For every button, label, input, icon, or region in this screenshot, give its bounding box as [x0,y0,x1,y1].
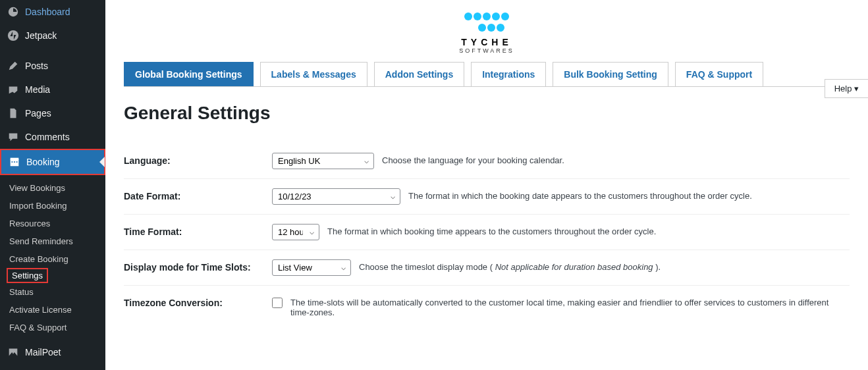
brand-name: TYCHE [124,37,850,47]
brand-logo: TYCHE SOFTWARES [124,0,850,58]
sidebar-sub-create-booking[interactable]: Create Booking [0,250,105,268]
setting-description: The format in which booking time appears… [327,224,850,236]
setting-description: Choose the language for your booking cal… [382,153,850,165]
setting-label: Time Format: [124,224,272,237]
sidebar-sub-view-bookings[interactable]: View Bookings [0,179,105,197]
sidebar-sub-resources[interactable]: Resources [0,215,105,232]
tab-integrations[interactable]: Integrations [471,62,546,86]
dashboard-icon [7,5,20,18]
timezone-checkbox[interactable] [272,298,283,308]
svg-rect-2 [11,158,19,161]
sidebar-item-label: Pages [25,108,51,119]
brand-subtitle: SOFTWARES [124,47,850,54]
sidebar-item-comments[interactable]: Comments [0,125,105,149]
svg-rect-3 [12,161,13,163]
main-content: TYCHE SOFTWARES Global Booking Settings … [105,0,868,370]
setting-date-format: Date Format: 10/12/23 The format in whic… [124,179,850,215]
pages-icon [7,107,20,120]
svg-point-0 [8,30,18,41]
sidebar-item-pages[interactable]: Pages [0,101,105,125]
setting-description: Choose the timeslot display mode ( Not a… [359,259,850,272]
setting-label: Date Format: [124,188,272,201]
booking-icon [8,155,21,169]
sidebar-sub-faq-support[interactable]: FAQ & Support [0,319,105,336]
posts-icon [7,59,20,72]
sidebar-sub-settings[interactable]: Settings [7,268,48,283]
sidebar-item-posts[interactable]: Posts [0,54,105,78]
setting-description: The format in which the booking date app… [408,188,850,201]
sidebar-sub-activate-license[interactable]: Activate License [0,301,105,319]
tab-faq-support[interactable]: FAQ & Support [675,62,763,86]
time-format-select[interactable]: 12 hour [272,224,319,240]
comments-icon [7,130,20,144]
setting-description: The time-slots will be automatically con… [290,295,850,317]
sidebar-item-label: Jetpack [25,30,57,41]
mailpoet-icon [7,346,20,359]
setting-label: Timezone Conversion: [124,295,272,308]
setting-label: Language: [124,153,272,166]
sidebar-sub-status[interactable]: Status [0,283,105,301]
setting-language: Language: English UK Choose the language… [124,144,850,179]
sidebar-sub-import-booking[interactable]: Import Booking [0,197,105,215]
setting-timezone: Timezone Conversion: The time-slots will… [124,286,850,327]
settings-tabs: Global Booking Settings Labels & Message… [124,62,850,87]
sidebar-item-label: Booking [26,157,60,167]
page-title: General Settings [124,103,850,124]
display-mode-select[interactable]: List View [272,259,351,276]
tab-global-booking[interactable]: Global Booking Settings [124,62,254,86]
sidebar-item-label: Posts [25,61,48,71]
svg-rect-5 [16,161,18,163]
help-dropdown[interactable]: Help ▾ [825,79,868,98]
sidebar-item-media[interactable]: Media [0,78,105,101]
sidebar-item-label: Dashboard [25,7,70,17]
date-format-select[interactable]: 10/12/23 [272,188,400,205]
tab-bulk-booking[interactable]: Bulk Booking Setting [553,62,668,86]
sidebar-sub-send-reminders[interactable]: Send Reminders [0,232,105,250]
sidebar-item-jetpack[interactable]: Jetpack [0,24,105,47]
sidebar-item-label: Media [25,84,50,95]
language-select[interactable]: English UK [272,153,374,169]
setting-time-format: Time Format: 12 hour The format in which… [124,215,850,250]
tab-addon-settings[interactable]: Addon Settings [374,62,464,86]
tab-labels-messages[interactable]: Labels & Messages [260,62,367,86]
svg-rect-4 [14,161,15,163]
sidebar-item-label: Comments [25,132,70,142]
sidebar-item-label: MailPoet [25,347,61,357]
sidebar-item-dashboard[interactable]: Dashboard [0,0,105,24]
setting-label: Display mode for Time Slots: [124,259,272,273]
media-icon [7,83,20,96]
sidebar-item-mailpoet[interactable]: MailPoet [0,340,105,364]
jetpack-icon [7,29,20,42]
sidebar-item-booking[interactable]: Booking [0,149,105,175]
setting-display-mode: Display mode for Time Slots: List View C… [124,250,850,286]
logo-dots [464,12,510,34]
admin-sidebar: Dashboard Jetpack Posts Media Pages Comm… [0,0,105,370]
